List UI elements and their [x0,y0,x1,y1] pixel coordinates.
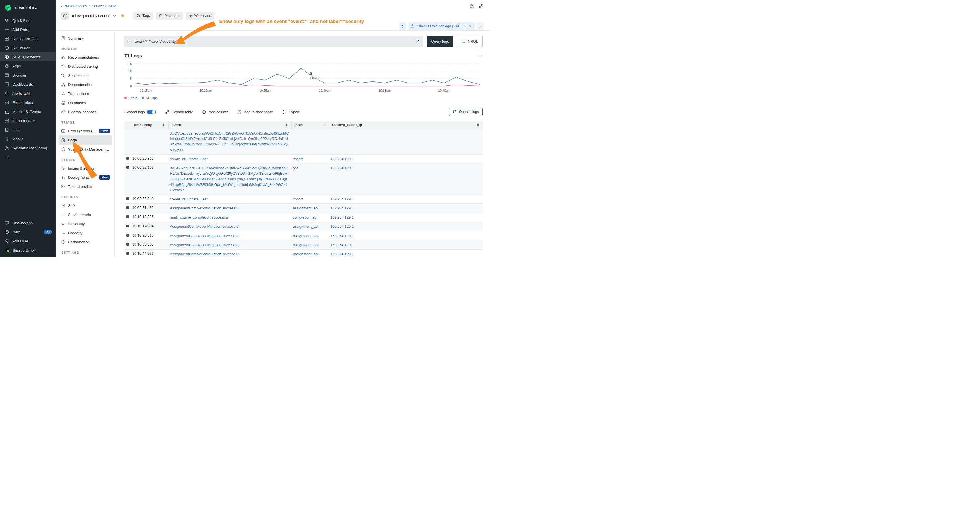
log-query-input[interactable] [135,39,413,43]
sidebar-item-all-capabilities[interactable]: All Capabilities [0,34,56,43]
sidebar-item-logs[interactable]: Logs [0,125,56,134]
entity-title[interactable]: vbv-prod-azure [72,13,110,19]
log-ip-link[interactable]: 169.254.129.1 [330,233,354,239]
time-back-button[interactable] [399,22,406,30]
subnav-item-performance[interactable]: Performance [59,237,112,247]
sidebar-item-synthetic-monitoring[interactable]: Synthetic Monitoring [0,143,56,153]
expand-logs-control[interactable]: Expand logs [124,110,156,115]
log-ip-link[interactable]: 169.254.129.1 [330,242,354,248]
log-label-link[interactable]: import [293,196,303,202]
subnav-item-scalability[interactable]: Scalability [59,219,112,228]
row-marker[interactable] [126,224,129,227]
row-marker[interactable] [126,166,129,169]
chart-menu-icon[interactable] [477,54,483,59]
row-marker[interactable] [126,197,129,200]
add-to-dashboard-button[interactable]: Add to dashboard [237,110,273,114]
log-label-link[interactable]: assignment_api [293,224,318,229]
expand-table-button[interactable]: Expand table [165,110,193,114]
legend-errors[interactable]: Errors [124,96,137,100]
subnav-item-vulnerability-management[interactable]: Vulnerability Management [59,145,112,154]
sidebar-footer-add-user[interactable]: Add User [0,237,56,246]
log-ip-link[interactable]: 169.254.129.1 [330,156,354,162]
log-event-link[interactable]: mark_course_completion successful [170,215,229,220]
log-event-link[interactable]: AssignmentCompletionMutation successful [170,233,239,239]
log-ip-link[interactable]: 169.254.129.1 [330,196,354,202]
metadata-button[interactable]: Metadata [156,12,183,20]
log-event-link[interactable]: JUQVU&code=eyJraWQiOiJjcGltY29yZV8wOTI1M… [170,130,289,153]
export-button[interactable]: Export [282,110,300,114]
log-row[interactable]: 10:09:20.895create_or_update_userimport1… [124,154,483,164]
log-ip-link[interactable]: 169.254.129.1 [330,165,354,171]
sidebar-item-quick-find[interactable]: Quick Find [0,16,56,25]
add-column-button[interactable]: Add column [202,110,228,114]
row-marker[interactable] [126,234,129,237]
sidebar-item-browser[interactable]: Browser [0,71,56,80]
log-row[interactable]: 10:10:35.305AssignmentCompletionMutation… [124,240,483,250]
legend-all-logs[interactable]: All Logs [142,96,158,100]
log-event-link[interactable]: create_or_update_user [170,196,207,202]
log-query-box[interactable] [124,36,423,47]
log-ip-link[interactable]: 169.254.129.1 [330,215,354,220]
new-relic-logo[interactable]: new relic. [0,0,56,16]
column-header-timestamp[interactable]: timestamp [131,121,169,129]
log-row[interactable]: 10:10:14.094AssignmentCompletionMutation… [124,222,483,231]
log-row[interactable]: 10:10:23.815AssignmentCompletionMutation… [124,231,483,240]
entity-caret-icon[interactable] [112,13,117,18]
subnav-item-summary[interactable]: Summary [59,33,112,43]
time-picker[interactable]: Since 30 minutes ago (GMT+2) [408,22,475,30]
subnav-item-capacity[interactable]: Capacity [59,228,112,237]
subnav-item-logs[interactable]: Logs [59,135,112,145]
sidebar-item-alerts-ai[interactable]: Alerts & AI [0,89,56,98]
row-marker[interactable] [126,252,129,255]
log-label-link[interactable]: assignment_api [293,251,318,257]
log-label-link[interactable]: completion_api [293,215,317,220]
log-ip-link[interactable]: 169.254.129.1 [330,205,354,211]
column-header-label[interactable]: label [292,121,329,129]
query-logs-button[interactable]: Query logs [427,36,453,47]
sidebar-item-metrics-events[interactable]: Metrics & Events [0,107,56,116]
column-header-request-client-ip[interactable]: request_client_ip [329,121,483,129]
tags-button[interactable]: Tags [134,12,153,20]
subnav-item-errors-errors-inb[interactable]: Errors (errors inb...New [59,126,112,135]
log-row[interactable]: 10:10:44.066AssignmentCompletionMutation… [124,250,483,257]
log-ip-link[interactable]: 169.254.129.1 [330,224,354,229]
log-row[interactable]: 10:09:22.196<ASGIRequest: GET '/sso/call… [124,164,483,195]
subnav-item-service-levels[interactable]: Service levels [59,210,112,219]
time-forward-button[interactable] [476,22,484,30]
sidebar-item-errors-inbox[interactable]: Errors Inbox [0,98,56,107]
log-label-link[interactable]: sso [293,165,299,171]
nrql-button[interactable]: NRQL [457,36,483,47]
log-row[interactable]: 10:09:22.540create_or_update_userimport1… [124,195,483,204]
help-button[interactable] [469,3,475,8]
sidebar-item-all-entities[interactable]: All Entities [0,43,56,53]
subnav-item-transactions[interactable]: Transactions [59,89,112,98]
sidebar-item-more[interactable] [0,153,56,162]
column-header-event[interactable]: event [169,121,292,129]
subnav-item-issues-activity[interactable]: Issues & activity [59,164,112,173]
sidebar-footer-iterativ-gmbh[interactable]: Iterativ GmbH [0,246,56,255]
row-marker[interactable] [126,206,129,209]
log-label-link[interactable]: assignment_api [293,205,318,211]
row-marker[interactable] [126,243,129,246]
clear-query-icon[interactable] [416,39,420,43]
sidebar-footer-discussions[interactable]: Discussions [0,218,56,228]
breadcrumb-link[interactable]: APM & Services [61,4,87,8]
sidebar-item-infrastructure[interactable]: Infrastructure [0,116,56,125]
subnav-item-thread-profiler[interactable]: Thread profiler [59,182,112,191]
log-event-link[interactable]: create_or_update_user [170,156,207,162]
subnav-item-recommendations[interactable]: Recommendations [59,53,112,62]
sidebar-footer-help[interactable]: Help70 [0,228,56,237]
log-event-link[interactable]: <ASGIRequest: GET '/sso/callback/?state=… [170,165,289,193]
row-marker[interactable] [126,215,129,218]
copy-link-button[interactable] [479,3,484,8]
subnav-item-external-services[interactable]: External services [59,107,112,116]
sidebar-item-dashboards[interactable]: Dashboards [0,80,56,89]
breadcrumb-link[interactable]: Services - APM [92,4,116,8]
log-label-link[interactable]: import [293,156,303,162]
log-label-link[interactable]: assignment_api [293,242,318,248]
sidebar-item-apm-services[interactable]: APM & Services [0,53,56,62]
log-label-link[interactable]: assignment_api [293,233,318,239]
log-event-link[interactable]: AssignmentCompletionMutation successful [170,205,239,211]
sidebar-item-add-data[interactable]: Add Data [0,25,56,34]
subnav-item-distributed-tracing[interactable]: Distributed tracing [59,62,112,71]
